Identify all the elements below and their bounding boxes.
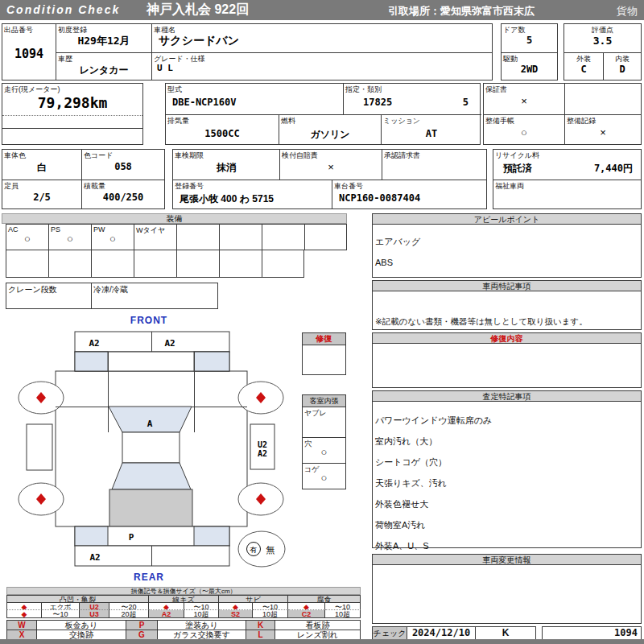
field-chassis-number: 車台番号 NCP160-0087404 bbox=[332, 180, 486, 208]
right-side-code-bottom: A2 bbox=[258, 449, 267, 458]
check-date: 2024/12/10 bbox=[407, 627, 476, 639]
crane-refrigeration-box: クレーン段数 冷凍/冷蔵 bbox=[6, 283, 218, 309]
maintenance-book-label: 整備手帳 bbox=[485, 116, 514, 126]
field-fuel: 燃料 ガソリン bbox=[279, 114, 381, 145]
field-interior-grade: 内装 D bbox=[603, 52, 641, 80]
score-value: 3.5 bbox=[564, 35, 641, 47]
repair-flag-box: 修復 bbox=[302, 332, 346, 375]
field-transmission: ミッション AT bbox=[381, 114, 481, 145]
insurance-value: × bbox=[280, 161, 382, 173]
field-color-code: 色コード 058 bbox=[81, 150, 164, 180]
legend-desc-p: 塗装あり bbox=[158, 620, 246, 630]
legend-group-scratch: 線キズ bbox=[149, 595, 219, 603]
first-reg-value: H29年12月 bbox=[56, 34, 151, 48]
cabin-item-hole: 穴 ○ bbox=[303, 437, 345, 463]
body-color-label: 車体色 bbox=[4, 151, 26, 161]
equipment-cell-wtire: Wタイヤ bbox=[134, 224, 177, 250]
roof bbox=[122, 432, 180, 463]
wtire-label: Wタイヤ bbox=[136, 225, 165, 236]
field-model-code: 型式 DBE-NCP160V bbox=[166, 84, 343, 114]
windshield-code: A bbox=[147, 419, 153, 429]
history-value: レンタカー bbox=[56, 64, 151, 77]
field-maintenance-record: 整備記録 × bbox=[564, 114, 641, 145]
legend-code: U2 bbox=[80, 603, 109, 610]
field-model-name: 車種名 サクシードバン bbox=[151, 24, 492, 52]
model-code-value: DBE-NCP160V bbox=[172, 97, 343, 108]
capacity-label: 定員 bbox=[4, 181, 19, 192]
field-empty bbox=[564, 84, 641, 114]
legend-code: S2 bbox=[219, 610, 253, 618]
legend-code-p: P bbox=[126, 620, 158, 630]
legend-label: エクボ bbox=[42, 603, 80, 610]
assessment-line: 外装色褪せ大 bbox=[375, 499, 638, 510]
rear-gate bbox=[109, 489, 192, 526]
recycle-fee-value: 7,440円 bbox=[594, 162, 633, 175]
pickup-location: 引取場所：愛知県弥富市西末広 bbox=[388, 4, 535, 19]
auction-condition-sheet: { "header": { "brand": "Condition Check"… bbox=[0, 0, 644, 644]
maintenance-record-label: 整備記録 bbox=[567, 116, 596, 126]
pw-mark: ○ bbox=[92, 233, 134, 245]
spare-present-label: 有 bbox=[250, 546, 258, 554]
repair-details-title: 修復内容 bbox=[373, 333, 641, 344]
equipment-cell-empty bbox=[48, 250, 92, 278]
rating-box: 評価点 3.5 外装 C 内装 D bbox=[564, 23, 642, 80]
special-notes-panel: 車両特記事項 ※記載のない書類・機器等は無しとして取り扱います。 bbox=[372, 280, 642, 330]
check-inspector: K bbox=[476, 627, 535, 639]
equipment-cell-empty bbox=[176, 224, 220, 250]
ac-mark: ○ bbox=[6, 233, 48, 245]
equipment-cell-empty bbox=[262, 224, 305, 250]
field-class-number: 指定・類別 17825 5 bbox=[343, 84, 481, 114]
front-label: FRONT bbox=[130, 315, 167, 326]
field-drive: 駆動 2WD bbox=[502, 52, 557, 80]
legend-mark: ◆ bbox=[219, 603, 253, 610]
legend-group-dents: 凸凹・亀裂 bbox=[6, 595, 149, 603]
field-history: 車歴 レンタカー bbox=[56, 52, 151, 80]
field-lot-number: 出品番号 1094 bbox=[2, 24, 56, 80]
legend-desc-w: 板金あり bbox=[37, 620, 126, 630]
maintenance-book-value: ○ bbox=[484, 126, 564, 138]
appeal-points-content: エアバッグ ABS bbox=[375, 226, 638, 279]
reg-no-label: 登録番号 bbox=[175, 181, 204, 192]
spare-absent-label: 無 bbox=[266, 545, 275, 555]
model-code-label: 型式 bbox=[167, 85, 182, 95]
reg-no-value: 尾張小牧 400 わ 5715 bbox=[180, 192, 332, 206]
grade-value: U L bbox=[157, 63, 492, 73]
legend-group-rust: サビ bbox=[219, 595, 288, 603]
model-name-value: サクシードバン bbox=[159, 34, 492, 48]
color-capacity-box: 車体色 白 色コード 058 定員 2/5 積載量 400/250 bbox=[2, 149, 165, 209]
field-recycle-fee: リサイクル料 預託済 7,440円 bbox=[493, 150, 641, 180]
field-maintenance-book: 整備手帳 ○ bbox=[484, 114, 564, 145]
assessment-notes-panel: 査定特記事項 パワーウインドウ運転席のみ 室内汚れ（大） シートコゲ（穴） 天張… bbox=[372, 390, 642, 548]
equipment-cell-empty bbox=[6, 250, 49, 278]
equipment-cell-empty bbox=[262, 250, 304, 278]
field-insurance: 検付自賠責 × bbox=[279, 150, 382, 180]
load-value: 400/250 bbox=[82, 192, 164, 203]
cargo-type-badge: 貨物 bbox=[617, 4, 638, 19]
field-exterior-grade: 外装 C bbox=[564, 52, 603, 80]
equipment-cell-empty bbox=[219, 224, 262, 250]
mileage-box: 走行(現メーター) 79,298km bbox=[2, 83, 143, 145]
assessment-notes-content: パワーウインドウ運転席のみ 室内汚れ（大） シートコゲ（穴） 天張りキズ、汚れ … bbox=[375, 405, 638, 562]
repair-details-panel: 修復内容 bbox=[372, 332, 642, 388]
hood-corner-left bbox=[75, 352, 108, 371]
special-notes-title: 車両特記事項 bbox=[373, 281, 641, 291]
body-color-value: 白 bbox=[2, 161, 81, 175]
lot-number-footer: 1094 bbox=[543, 627, 638, 639]
field-body-color: 車体色 白 bbox=[2, 150, 81, 180]
chassis-label: 車台番号 bbox=[334, 181, 363, 192]
field-grade: グレード・仕様 U L bbox=[151, 52, 492, 80]
assessment-notes-title: 査定特記事項 bbox=[373, 391, 641, 402]
change-info-panel: 車両変更情報 bbox=[372, 554, 642, 624]
rear-corner-left bbox=[75, 526, 108, 546]
approval-label: 承認請求書 bbox=[384, 151, 420, 161]
maintenance-record-value: × bbox=[565, 126, 641, 138]
field-approval-request: 承認請求書 bbox=[382, 150, 486, 180]
rear-gate-code: P bbox=[129, 532, 134, 543]
doors-drive-box: ドア数 5 駆動 2WD bbox=[501, 23, 558, 80]
vehicle-id-box: 出品番号 1094 初度登録 H29年12月 車歴 レンタカー 車種名 サクシー… bbox=[2, 23, 493, 80]
check-row: チェック 2024/12/10 K bbox=[372, 626, 536, 640]
displacement-label: 排気量 bbox=[167, 116, 189, 126]
legend-size: 20超 bbox=[109, 610, 149, 618]
field-warranty: 保証書 × bbox=[484, 84, 564, 114]
registration-box: 車検期限 抹消 検付自賠責 × 承認請求書 登録番号 尾張小牧 400 わ 57… bbox=[172, 149, 487, 209]
